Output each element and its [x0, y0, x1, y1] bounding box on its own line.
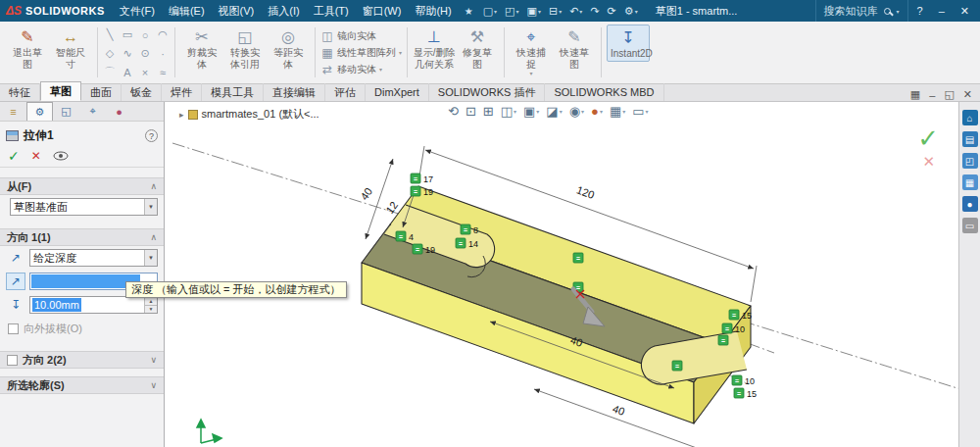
tab-featuremanager[interactable]: ≡ [0, 102, 26, 121]
draft-outward-option[interactable]: 向外拔模(O) [0, 317, 164, 341]
redo-button[interactable]: ↷ [586, 5, 603, 18]
menu-help[interactable]: 帮助(H) [408, 0, 458, 22]
menu-tools[interactable]: 工具(T) [307, 0, 356, 22]
smart-dimension-button[interactable]: ↔ 智能尺寸 [49, 25, 92, 71]
close-button[interactable]: ✕ [954, 0, 976, 22]
view-orientation-icon[interactable]: ▣▾ [521, 104, 541, 119]
menu-window[interactable]: 窗口(W) [356, 0, 409, 22]
ok-button[interactable]: ✓ [8, 148, 20, 164]
section-selected-contours[interactable]: 所选轮廓(S) ∨ [0, 376, 164, 394]
convert-entities-button[interactable]: ◱ 转换实体引用 [223, 25, 267, 71]
undo-button[interactable]: ↶▾ [565, 5, 586, 18]
custom-properties-icon[interactable]: ▭ [962, 218, 978, 233]
new-document-button[interactable]: ▢▾ [479, 5, 501, 18]
apply-scene-icon[interactable]: ▦▾ [608, 104, 627, 119]
document-restore-button[interactable]: ◱ [944, 88, 954, 101]
menu-view[interactable]: 视图(V) [212, 0, 262, 22]
tab-weldments[interactable]: 焊件 [162, 83, 202, 101]
conic-tool-icon[interactable]: ≈ [154, 63, 172, 81]
tab-sketch[interactable]: 草图 [40, 81, 81, 101]
tab-direct-editing[interactable]: 直接编辑 [264, 83, 325, 101]
repair-sketch-button[interactable]: ⚒ 修复草图 [456, 25, 499, 71]
document-minimize-button[interactable]: ‒ [929, 89, 935, 101]
chevron-down-icon[interactable]: ▾ [897, 8, 900, 15]
open-button[interactable]: ◰▾ [501, 5, 522, 18]
menu-insert[interactable]: 插入(I) [261, 0, 306, 22]
confirm-ok-button[interactable]: ✓ [917, 124, 939, 154]
tab-features[interactable]: 特征 [0, 83, 40, 101]
line-tool-icon[interactable]: ╲ [101, 25, 119, 44]
tab-displaymanager[interactable]: ● [106, 102, 132, 121]
circle-tool-icon[interactable]: ○ [136, 25, 154, 44]
from-plane-select[interactable]: 草图基准面 ▼ [10, 198, 158, 216]
tab-evaluate[interactable]: 评估 [325, 83, 366, 101]
linear-pattern-button[interactable]: ▦ 线性草图阵列 ▾ [320, 46, 402, 60]
text-tool-icon[interactable]: A [119, 63, 136, 81]
design-library-icon[interactable]: ▤ [962, 131, 978, 147]
mirror-entities-button[interactable]: ◫ 镜向实体 [320, 29, 402, 43]
document-close-button[interactable]: ✕ [963, 88, 972, 101]
checkbox-icon[interactable] [7, 355, 18, 366]
chevron-right-icon[interactable]: ▸ [179, 110, 184, 120]
spinner-down-icon[interactable]: ▼ [145, 305, 157, 314]
chevron-down-icon[interactable]: ▼ [144, 250, 157, 266]
tab-mold-tools[interactable]: 模具工具 [202, 83, 264, 101]
tab-surfaces[interactable]: 曲面 [81, 83, 122, 101]
tab-solidworks-addins[interactable]: SOLIDWORKS 插件 [429, 83, 546, 101]
ellipse-tool-icon[interactable]: ⊙ [136, 44, 154, 63]
depth-spinner[interactable]: 10.00mm ▲▼ [29, 296, 158, 314]
view-settings-icon[interactable]: ▭▾ [630, 104, 650, 119]
tab-configurationmanager[interactable]: ◱ [53, 102, 79, 121]
rapid-sketch-button[interactable]: ✎ 快速草图 [553, 25, 596, 71]
knowledge-search[interactable]: 搜索知识库 ▾ [815, 0, 908, 22]
zoom-fit-icon[interactable]: ⊡ [464, 104, 478, 119]
appearances-icon[interactable]: ● [962, 196, 978, 212]
tab-sheet-metal[interactable]: 钣金 [122, 83, 162, 101]
display-relations-button[interactable]: ⊥ 显示/删除几何关系 [413, 25, 456, 71]
tab-solidworks-mbd[interactable]: SOLIDWORKS MBD [545, 83, 663, 101]
tab-dimxpertmanager[interactable]: ⌖ [79, 102, 106, 121]
end-condition-select[interactable]: 给定深度 ▼ [29, 249, 158, 267]
edit-appearance-icon[interactable]: ●▾ [589, 104, 605, 119]
previous-view-icon[interactable]: ⟲ [446, 104, 461, 119]
offset-entities-button[interactable]: ◎ 等距实体 [267, 25, 310, 71]
rebuild-button[interactable]: ⟳ [604, 5, 620, 18]
checkbox-icon[interactable] [8, 323, 19, 334]
exit-sketch-button[interactable]: ✎ 退出草图 [6, 25, 49, 71]
spinner-buttons[interactable]: ▲▼ [144, 297, 157, 313]
point-tool-icon[interactable]: · [154, 44, 172, 63]
help-icon[interactable]: ? [145, 129, 158, 142]
view-palette-icon[interactable]: ▦ [962, 174, 978, 190]
arc-tool-icon[interactable]: ◠ [154, 25, 172, 44]
rectangle-tool-icon[interactable]: ▭ [119, 25, 136, 44]
quick-snaps-button[interactable]: ⌖ 快速捕捉 ▾ [510, 25, 553, 77]
options-button[interactable]: ⚙▾ [620, 5, 642, 18]
menu-edit[interactable]: 编辑(E) [162, 0, 212, 22]
move-entities-button[interactable]: ⇄ 移动实体 ▾ [320, 63, 402, 76]
tab-propertymanager[interactable]: ⚙ [26, 102, 53, 121]
minimize-button[interactable]: ‒ [932, 0, 952, 22]
menu-pin-icon[interactable]: ★ [459, 6, 479, 17]
instant2d-button[interactable]: ↧ Instant2D [607, 25, 650, 62]
save-button[interactable]: ▣▾ [522, 5, 544, 18]
hide-show-items-icon[interactable]: ◉▾ [567, 104, 586, 119]
graphics-viewport[interactable]: ▸ smartmates_01 (默认<... ⟲ ⊡ ⊞ ◫▾ ▣▾ ◪▾ ◉… [166, 102, 958, 447]
cancel-button[interactable]: ✕ [31, 149, 41, 163]
help-button[interactable]: ? [910, 0, 930, 22]
spinner-up-icon[interactable]: ▲ [145, 297, 157, 305]
reverse-direction-icon[interactable]: ↗ [6, 249, 25, 267]
trim-quick-icon[interactable]: × [136, 63, 154, 81]
file-explorer-icon[interactable]: ◰ [962, 153, 978, 169]
solidworks-resources-icon[interactable]: ⌂ [962, 110, 978, 125]
section-from[interactable]: 从(F) ∧ [0, 177, 164, 195]
viewport-grid-icon[interactable]: ▦ [910, 88, 920, 101]
tab-dimxpert[interactable]: DimXpert [366, 83, 429, 101]
fillet-tool-icon[interactable]: ⌒ [101, 63, 119, 81]
feature-tree-flyout[interactable]: ▸ smartmates_01 (默认<... [179, 107, 319, 122]
search-icon[interactable] [884, 8, 891, 15]
display-style-icon[interactable]: ◪▾ [544, 104, 564, 119]
section-view-icon[interactable]: ◫▾ [499, 104, 518, 119]
section-direction1[interactable]: 方向 1(1) ∧ [0, 228, 164, 246]
preview-eye-icon[interactable] [53, 151, 69, 161]
zoom-area-icon[interactable]: ⊞ [481, 104, 496, 119]
